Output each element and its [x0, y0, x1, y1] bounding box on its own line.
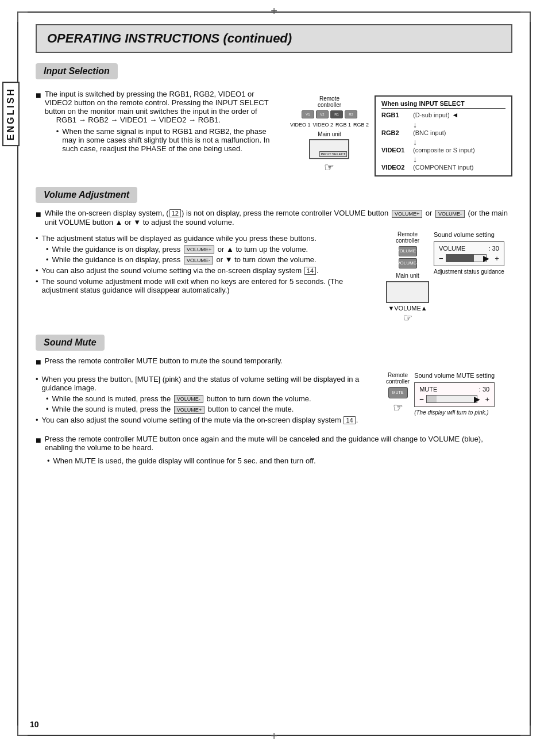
mute-minus: − [419, 395, 424, 404]
inline-num-14a: 14 [304, 267, 316, 275]
remote-vol-label: Remotecontroller [396, 231, 419, 244]
mute-remote-label: Remotecontroller [386, 372, 410, 385]
vol-setting-title: Sound volume setting [434, 231, 504, 238]
top-cross [271, 5, 277, 18]
main-unit-vol [386, 281, 429, 303]
mute-final-sub: • When MUTE is used, the guide display w… [47, 456, 512, 465]
corner-br [520, 726, 531, 736]
mute-subsub2: • While the sound is muted, press the VO… [46, 405, 375, 414]
remote-buttons: V1 V2 R1 R2 [302, 110, 357, 118]
vol-arrow: ▶ [483, 254, 489, 263]
input-select-title: When using INPUT SELECT [381, 100, 505, 109]
bullet-mute: ■ [36, 357, 41, 367]
mute-remote-btn: MUTE [388, 387, 408, 398]
vol-plus-remote-btn: VOLUME+ [399, 246, 417, 256]
vol-sub2: • You can also adjust the sound volume s… [36, 266, 375, 275]
rgb1-btn: R1 [330, 110, 343, 118]
mute-paragraph: Press the remote controller MUTE button … [45, 356, 283, 365]
vol-up-btn: VOLUME+ [184, 245, 214, 254]
adj-status: Adjustment status guidance [434, 268, 504, 275]
volume-sub-points: • The adjustment status will be displaye… [36, 231, 375, 297]
mute-subsub1: • While the sound is muted, press the VO… [46, 394, 375, 404]
mute-sub2: • You can also adjust the sound volume s… [36, 416, 375, 424]
mute-vol-title: Sound volume MUTE setting [414, 372, 495, 379]
language-sidebar: ENGLISH [2, 82, 20, 146]
mute-final-text: Press the remote controller MUTE button … [45, 435, 512, 452]
pink-note: (The display will turn to pink.) [414, 409, 495, 416]
corner-tl [17, 11, 28, 22]
section-header-input: Input Selection [36, 63, 118, 79]
vol-minus-remote-btn: VOLUME- [399, 258, 417, 268]
vol-sub1: • The adjustment status will be displaye… [36, 234, 375, 243]
section-header-mute: Sound Mute [36, 335, 105, 351]
bottom-cross [271, 730, 277, 743]
mute-bar-container: MUTE : 30 − ▶ + [414, 382, 495, 407]
main-unit-box: INPUT SELECT [309, 139, 349, 159]
page-number: 10 [30, 720, 39, 729]
bullet-volume: ■ [36, 209, 41, 220]
volume-diagram: Remotecontroller VOLUME+ VOLUME- Main un… [386, 231, 512, 324]
vol-subsub2: • While the guidance is on display, pres… [46, 255, 375, 264]
vol-hand: ▼VOLUME▲ [388, 305, 427, 312]
vol-sub3: • The sound volume adjustment mode will … [36, 277, 375, 294]
vol-minus-btn-inline: VOLUME- [435, 210, 465, 218]
vol-setting-area: Sound volume setting VOLUME : 30 − ▶ [434, 231, 504, 275]
mute-vol-setting-area: Sound volume MUTE setting MUTE : 30 − ▶ [414, 372, 495, 416]
input-main-point: ■ The input is switched by pressing the … [36, 90, 279, 155]
volume-text: While the on-screen display system, (12)… [45, 209, 512, 227]
vol-plus-btn-inline: VOLUME+ [392, 210, 422, 218]
hand-icon: ☞ [324, 160, 334, 174]
input-sub-point: • When the same signal is input to RGB1 … [56, 127, 279, 153]
input-row-rgb1: RGB1 (D-sub input) ◄ [381, 111, 505, 119]
section-volume: Volume Adjustment ■ While the on-screen … [36, 187, 512, 324]
video2-btn: V2 [316, 110, 329, 118]
mute-bar-fill [427, 396, 437, 402]
vol-down-btn: VOLUME- [184, 256, 213, 264]
page-title: OPERATING INSTRUCTIONS (continued) [36, 24, 512, 53]
corner-tr [520, 11, 531, 22]
input-row-video1: VIDEO1 (composite or S input) [381, 147, 505, 153]
vol-subsub1: • While the guidance is on display, pres… [46, 245, 375, 254]
mute-diagram: Remotecontroller MUTE ☞ Sound volume MUT… [386, 372, 512, 416]
vol-bar-row: − ▶ + [439, 254, 499, 263]
remote-vol-area: Remotecontroller VOLUME+ VOLUME- Main un… [386, 231, 429, 324]
mute-remote-area: Remotecontroller MUTE ☞ [386, 372, 410, 415]
input-select-btn: INPUT SELECT [319, 151, 348, 157]
inline-num-14b: 14 [344, 416, 355, 424]
volume-main-point: ■ While the on-screen display system, (1… [36, 209, 512, 227]
remote-unit-area: Remotecontroller V1 V2 R1 R2 VIDEO 1 VID… [290, 95, 369, 174]
input-row-rgb2: RGB2 (BNC input) [381, 129, 505, 136]
mute-vol-up-btn: VOLUME+ [174, 406, 204, 414]
inline-num-12: 12 [169, 209, 181, 217]
mute-final-point: ■ Press the remote controller MUTE butto… [36, 435, 512, 452]
vol-hand-icon: ☞ [403, 312, 412, 324]
rgb2-btn: R2 [345, 110, 357, 118]
vol-bar-fill [446, 255, 474, 262]
vol-bar-bg: ▶ [446, 254, 487, 262]
remote-label: Remotecontroller [318, 95, 341, 108]
mute-sub1: • When you press the button, [MUTE] (pin… [36, 375, 375, 392]
section-sound-mute: Sound Mute ■ Press the remote controller… [36, 335, 512, 465]
vol-main-label: Main unit [396, 273, 419, 279]
bullet-square: ■ [36, 90, 41, 101]
section-input-selection: Input Selection ■ The input is switched … [36, 63, 512, 176]
input-row-video2: VIDEO2 (COMPONENT input) [381, 164, 505, 171]
input-selection-text: ■ The input is switched by pressing the … [36, 90, 279, 160]
main-unit-label: Main unit [318, 131, 341, 137]
section-header-volume: Volume Adjustment [36, 187, 137, 203]
mute-arrow: ▶ [474, 394, 480, 404]
mute-hand-icon: ☞ [393, 401, 403, 415]
input-paragraph: The input is switched by pressing the RG… [45, 90, 279, 155]
mute-vol-down-btn: VOLUME- [174, 395, 203, 403]
bullet-mute2: ■ [36, 435, 41, 446]
corner-bl [17, 726, 28, 736]
vol-bar-container: VOLUME : 30 − ▶ + [434, 241, 504, 266]
video1-btn: V1 [302, 110, 314, 118]
input-select-box: When using INPUT SELECT RGB1 (D-sub inpu… [375, 95, 512, 176]
vol-label-row: VOLUME : 30 [439, 245, 499, 252]
vol-plus-label: + [495, 254, 499, 263]
mute-sub-points: • When you press the button, [MUTE] (pin… [36, 372, 375, 427]
mute-bar-bg: ▶ [426, 395, 477, 403]
input-diagram: Remotecontroller V1 V2 R1 R2 VIDEO 1 VID… [290, 95, 512, 176]
page-border: ENGLISH OPERATING INSTRUCTIONS (continue… [17, 11, 531, 736]
